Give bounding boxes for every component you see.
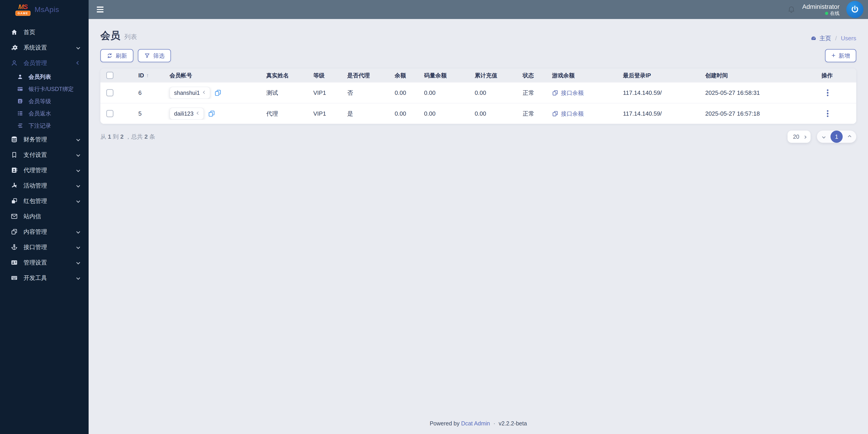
table-row: 6 shanshui1 测试 VIP1 否 0.00 0.00 xyxy=(100,82,856,103)
grid-toolbar: 刷新 筛选 + 新增 xyxy=(100,49,856,62)
game-balance-link[interactable]: 接口余额 xyxy=(552,89,584,97)
row-checkbox[interactable] xyxy=(106,110,114,117)
copy-account-icon[interactable] xyxy=(208,110,215,117)
cell-total-recharge: 0.00 xyxy=(471,110,519,117)
row-checkbox[interactable] xyxy=(106,89,114,96)
dashboard-icon xyxy=(810,35,817,41)
breadcrumb-home-link[interactable]: 主页 xyxy=(810,34,831,42)
sidebar-item-finance-management[interactable]: 财务管理 xyxy=(0,132,89,147)
column-header-account: 会员帐号 xyxy=(165,72,262,79)
brand-logo[interactable]: MS GAME MsApis xyxy=(0,0,89,19)
spark-icon xyxy=(11,182,18,189)
cell-account: shanshui1 xyxy=(165,87,262,99)
select-all-checkbox[interactable] xyxy=(106,72,114,79)
cell-id: 5 xyxy=(120,110,165,117)
sidebar-item-redpacket-management[interactable]: 红包管理 xyxy=(0,193,89,209)
dcat-admin-link[interactable]: Dcat Admin xyxy=(461,420,490,427)
chevron-left-icon xyxy=(76,199,80,203)
chevron-up-icon xyxy=(803,136,807,139)
sidebar-item-system-settings[interactable]: 系统设置 xyxy=(0,40,89,55)
user-menu[interactable]: Administrator 在线 xyxy=(802,3,839,16)
sidebar-item-bank-usdt-binding[interactable]: 银行卡/USDT绑定 xyxy=(0,83,89,95)
sidebar-item-api-management[interactable]: 接口管理 xyxy=(0,239,89,255)
account-select[interactable]: daili123 xyxy=(169,108,204,120)
bookmark-icon xyxy=(11,151,18,158)
copy-icon xyxy=(11,228,18,235)
avatar[interactable] xyxy=(846,1,864,18)
plus-icon: + xyxy=(831,52,835,59)
sidebar-item-label: 代理管理 xyxy=(24,166,47,174)
sidebar-item-label: 支付设置 xyxy=(24,151,47,159)
sidebar: MS GAME MsApis 首页 系统设置 xyxy=(0,0,89,434)
cell-real-name: 代理 xyxy=(262,110,309,118)
current-page-button[interactable]: 1 xyxy=(831,131,843,143)
cell-created-at: 2025-05-27 16:57:18 xyxy=(701,110,817,117)
chevron-left-icon xyxy=(76,153,80,157)
copy-balance-icon xyxy=(552,90,558,96)
ms-game-logo: MS GAME xyxy=(16,3,31,16)
sidebar-item-label: 会员返水 xyxy=(29,110,51,117)
cell-real-name: 测试 xyxy=(262,89,309,97)
sidebar-item-member-list[interactable]: 会员列表 xyxy=(0,70,89,83)
page-size-select[interactable]: 20 xyxy=(787,131,811,143)
page-content: 会员 列表 主页 / Users 刷新 xyxy=(89,19,868,434)
sidebar-item-home[interactable]: 首页 xyxy=(0,24,89,40)
page-title: 会员 xyxy=(100,29,120,42)
sidebar-item-bet-records[interactable]: 下注记录 xyxy=(0,119,89,132)
column-header-id[interactable]: ID↑ xyxy=(120,72,165,79)
bell-icon[interactable] xyxy=(787,5,796,13)
cell-is-agent: 是 xyxy=(343,110,391,118)
row-actions-icon[interactable] xyxy=(827,109,829,118)
sidebar-item-payment-settings[interactable]: 支付设置 xyxy=(0,147,89,163)
sidebar-item-member-management[interactable]: 会员管理 xyxy=(0,55,89,70)
game-balance-link[interactable]: 接口余额 xyxy=(552,110,584,117)
cell-game-balance: 接口余额 xyxy=(548,110,619,117)
prev-page-button[interactable] xyxy=(817,131,831,143)
copy-account-icon[interactable] xyxy=(214,89,221,96)
menu-toggle-icon[interactable] xyxy=(97,5,103,14)
account-select[interactable]: shanshui1 xyxy=(169,87,210,99)
table-row: 5 daili123 代理 VIP1 是 0.00 0.00 xyxy=(100,103,856,124)
column-header-level: 等级 xyxy=(309,72,343,79)
add-button[interactable]: + 新增 xyxy=(825,49,856,62)
next-page-button[interactable] xyxy=(843,131,856,143)
refresh-button[interactable]: 刷新 xyxy=(100,49,133,62)
sidebar-item-agent-management[interactable]: 代理管理 xyxy=(0,163,89,178)
sidebar-item-member-rebate[interactable]: 会员返水 xyxy=(0,107,89,119)
sidebar-item-member-level[interactable]: 会员等级 xyxy=(0,95,89,107)
row-actions-icon[interactable] xyxy=(827,88,829,97)
sidebar-item-label: 管理设置 xyxy=(24,259,47,266)
stream-icon xyxy=(17,123,23,128)
cell-total-recharge: 0.00 xyxy=(471,89,519,96)
cell-last-login-ip: 117.14.140.59/ xyxy=(619,89,701,96)
chevron-down-icon xyxy=(197,112,200,115)
app-root: MS GAME MsApis 首页 系统设置 xyxy=(0,0,868,434)
pager: 1 xyxy=(817,131,856,143)
chevron-left-icon xyxy=(76,245,80,249)
online-dot-icon xyxy=(825,12,828,15)
sidebar-item-label: 接口管理 xyxy=(24,243,47,251)
sidebar-menu: 首页 系统设置 会员管理 xyxy=(0,19,89,286)
version-label: v2.2.2-beta xyxy=(499,420,527,427)
breadcrumb-current[interactable]: Users xyxy=(841,35,856,42)
sidebar-item-dev-tools[interactable]: 开发工具 xyxy=(0,270,89,286)
sidebar-item-label: 会员管理 xyxy=(24,59,47,67)
online-status: 在线 xyxy=(802,10,839,16)
sidebar-item-content-management[interactable]: 内容管理 xyxy=(0,224,89,239)
sidebar-item-admin-settings[interactable]: 管理设置 xyxy=(0,255,89,270)
cell-status: 正常 xyxy=(519,110,548,118)
sidebar-item-label: 内容管理 xyxy=(24,228,47,236)
sidebar-item-activity-management[interactable]: 活动管理 xyxy=(0,178,89,193)
sidebar-item-label: 站内信 xyxy=(24,212,41,221)
pagination-summary: 从 1 到 2 ，总共 2 条 xyxy=(100,133,155,141)
title-row: 会员 列表 主页 / Users xyxy=(100,29,856,42)
anchor-icon xyxy=(11,244,18,251)
cell-created-at: 2025-05-27 16:58:31 xyxy=(701,89,817,96)
app-name: MsApis xyxy=(35,5,59,14)
filter-button[interactable]: 筛选 xyxy=(138,49,171,62)
cell-code-balance: 0.00 xyxy=(420,110,471,117)
keyboard-icon xyxy=(11,274,18,281)
sidebar-item-site-messages[interactable]: 站内信 xyxy=(0,209,89,224)
cell-actions xyxy=(817,109,856,118)
user-name: Administrator xyxy=(802,3,839,11)
